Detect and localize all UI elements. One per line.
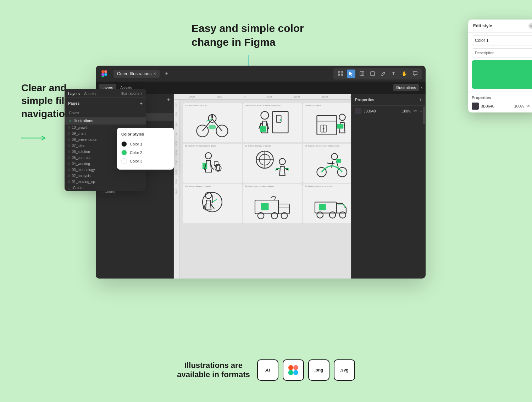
hash-icon: # (68, 156, 70, 160)
remove-property-icon[interactable]: − (419, 109, 422, 114)
illus-truck (246, 188, 299, 220)
svg-rect-6 (338, 72, 340, 73)
layers-tab[interactable]: Layers (68, 92, 80, 96)
svg-rect-67 (288, 365, 293, 370)
left-heading: Clear and simple file navigation (21, 82, 71, 120)
illus-mismatched (186, 148, 239, 179)
top-heading: Easy and simple color change in Figma (192, 21, 304, 49)
hash-icon: # (68, 180, 70, 184)
svg-point-42 (331, 153, 338, 160)
top-heading-text: Easy and simple color change in Figma (192, 21, 304, 49)
illus-cell-6: 07-Online delivery of goods (243, 144, 302, 183)
tab-close-icon[interactable]: ✕ (153, 72, 156, 76)
tool-pen[interactable] (379, 70, 387, 78)
svg-rect-4 (101, 76, 104, 77)
esp-description-input[interactable] (472, 48, 532, 57)
svg-rect-9 (341, 75, 343, 76)
property-color-row: 3B3640 100% 👁 − (351, 106, 426, 116)
illus-cell-2: Courier with a parcel at the apartment (243, 103, 302, 142)
add-page-button[interactable]: + (167, 97, 170, 103)
esp-title: Edit style (473, 23, 492, 28)
tool-hand[interactable]: ✋ (400, 70, 409, 78)
format-figma (283, 359, 304, 381)
svg-point-18 (209, 125, 216, 129)
figma-icon (288, 365, 298, 375)
hash-icon: # (68, 162, 70, 166)
color-swatch[interactable] (355, 108, 361, 114)
color-style-2[interactable]: Color 2 (121, 148, 170, 157)
esp-header: Edit style ✕ (468, 20, 532, 33)
hash-icon: # (68, 132, 70, 136)
svg-rect-68 (293, 365, 298, 370)
tool-rect[interactable] (368, 70, 377, 78)
tool-frame[interactable] (336, 70, 345, 78)
svg-rect-59 (319, 204, 326, 210)
svg-rect-17 (212, 115, 213, 119)
svg-rect-7 (341, 72, 343, 73)
lp-layer-02[interactable]: # 02_analysis (65, 173, 146, 179)
layers-panel-tabs: Layers Assets Illustrations ∧ (65, 89, 146, 98)
color-2-swatch (121, 150, 127, 155)
lp-layer-colors[interactable]: ⬚ Colors (65, 185, 146, 191)
figma-toolbar: Cuterr Illustrations ✕ + (96, 66, 426, 82)
sec-illustrations-tab[interactable]: Illustrations (393, 84, 419, 91)
svg-point-29 (323, 128, 324, 129)
svg-rect-23 (260, 126, 266, 132)
illus-cell-10: 12-Large merchandise delivery (243, 184, 302, 223)
svg-point-71 (293, 370, 298, 375)
svg-rect-24 (317, 115, 337, 135)
svg-point-39 (279, 159, 286, 165)
visibility-icon[interactable]: 👁 (413, 109, 417, 113)
format-ai: Ai (257, 359, 278, 381)
hash-icon: # (68, 168, 70, 172)
color-style-1[interactable]: Color 1 (121, 140, 170, 148)
tool-text[interactable]: T (389, 70, 398, 78)
new-tab-button[interactable]: + (162, 70, 170, 78)
svg-rect-70 (288, 370, 293, 375)
esp-color-row: 3B3640 100% 👁 − (472, 103, 532, 110)
lp-add-page-button[interactable]: + (140, 100, 143, 106)
lp-page-illustrations[interactable]: ✓ Illustrations (65, 117, 146, 125)
svg-rect-1 (101, 70, 104, 73)
esp-properties-section: Properties + 3B3640 100% 👁 − (468, 92, 532, 112)
color-style-3[interactable]: Color 3 (121, 157, 170, 165)
color-3-swatch (121, 158, 127, 164)
panel-scrollbar[interactable] (423, 106, 425, 124)
esp-small-swatch[interactable] (472, 103, 479, 110)
assets-tab[interactable]: Assets (84, 92, 96, 96)
color-styles-popup: Color Styles Color 1 Color 2 Color 3 (117, 128, 174, 170)
ruler-vertical: -300 -200 -100 0 500 1000 1500 2000 2500… (174, 100, 179, 279)
lp-layer-01[interactable]: # 01_moving_up (65, 179, 146, 185)
illus-apartment (246, 108, 299, 139)
esp-name-input[interactable] (472, 35, 532, 45)
svg-point-22 (261, 111, 268, 119)
tool-frame2[interactable] (358, 70, 366, 78)
add-property-button[interactable]: + (419, 97, 422, 103)
color-1-swatch (121, 141, 127, 147)
arrow-indicator (21, 134, 71, 142)
grid-icon: ⬚ (68, 186, 71, 190)
tool-comment[interactable] (411, 70, 419, 78)
esp-hex-value: 3B3640 (481, 104, 510, 108)
svg-point-5 (104, 73, 107, 76)
hash-icon: # (68, 144, 70, 148)
illus-cell-1: 05-Courier on a bicycle (183, 103, 242, 142)
figma-tab-active[interactable]: Cuterr Illustrations ✕ (113, 70, 160, 78)
illustrations-tab[interactable]: Illustrations ∧ (121, 92, 143, 96)
illus-bicycle (186, 108, 239, 139)
illus-cell-9: 11-Urgent delivery of goods (183, 184, 242, 223)
bottom-text-container: Illustrations are available in formats (177, 361, 250, 379)
esp-color-preview[interactable] (472, 60, 532, 89)
canvas-area[interactable]: -1000 -500 0 500 1000 1500 2000 3000 400… (174, 94, 426, 279)
lp-pages-header: Pages + (65, 98, 146, 109)
hash-icon: # (68, 126, 70, 130)
svg-rect-13 (371, 72, 375, 76)
lp-page-cover[interactable]: Cover (65, 109, 146, 117)
esp-close-button[interactable]: ✕ (528, 23, 532, 29)
esp-visibility-icon[interactable]: 👁 (526, 104, 531, 109)
tool-select[interactable] (347, 70, 355, 78)
svg-rect-54 (261, 203, 268, 210)
svg-rect-8 (338, 75, 340, 76)
color-styles-title: Color Styles (121, 132, 170, 136)
properties-panel: Properties + 3B3640 100% 👁 − (351, 94, 426, 279)
